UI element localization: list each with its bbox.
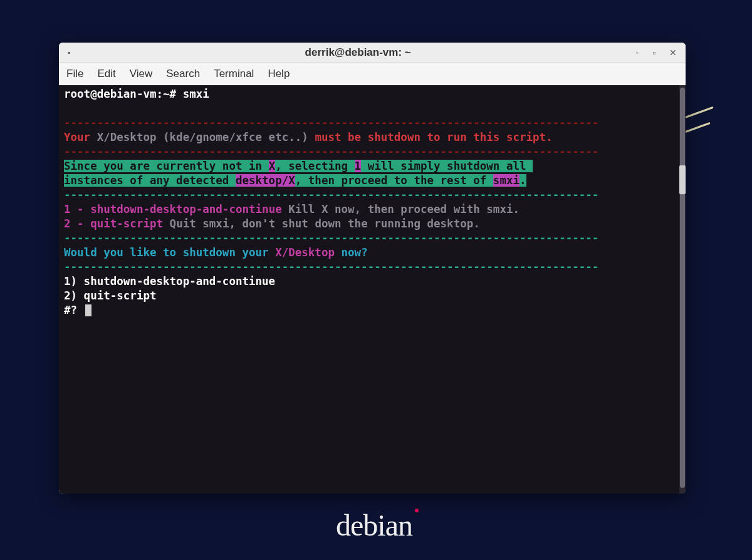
close-button[interactable]: ✕ (669, 48, 677, 58)
question-line: Would you like to shutdown your X/Deskto… (64, 246, 681, 260)
option-2: 2 - quit-script Quit smxi, don't shut do… (64, 217, 681, 231)
debian-swirl-icon (415, 509, 419, 512)
menu-terminal[interactable]: Terminal (214, 68, 254, 80)
option-1: 1 - shutdown-desktop-and-continue Kill X… (64, 202, 681, 217)
prompt: root@debian-vm:~# (64, 88, 183, 100)
command: smxi (183, 88, 209, 100)
menu-bar: File Edit View Search Terminal Help (59, 63, 686, 85)
menu-option-2: 2) quit-script (64, 289, 681, 303)
debian-logo: debian (336, 508, 416, 542)
input-prompt[interactable]: #? (64, 303, 681, 318)
divider: ----------------------------------------… (64, 145, 681, 159)
menu-help[interactable]: Help (268, 68, 290, 80)
info-line-2: instances of any detected desktop/X, the… (64, 174, 681, 188)
divider: ----------------------------------------… (64, 188, 681, 202)
maximize-button[interactable]: ▫ (652, 48, 655, 58)
menu-option-1: 1) shutdown-desktop-and-continue (64, 274, 681, 289)
menu-search[interactable]: Search (166, 68, 200, 80)
menu-view[interactable]: View (130, 68, 153, 80)
window-controls: ‐ ▫ ✕ (635, 48, 677, 58)
terminal-window: ▪ derrik@debian-vm: ~ ‐ ▫ ✕ File Edit Vi… (59, 43, 686, 494)
minimize-button[interactable]: ‐ (635, 48, 639, 58)
info-line-1: Since you are currently not in X, select… (64, 159, 681, 174)
menu-edit[interactable]: Edit (97, 68, 115, 80)
divider: ----------------------------------------… (64, 231, 681, 246)
window-title: derrik@debian-vm: ~ (80, 46, 635, 59)
scrollbar[interactable] (679, 85, 686, 494)
scrollbar-highlight (679, 165, 686, 194)
divider: ----------------------------------------… (64, 116, 681, 130)
cursor-icon (85, 304, 91, 316)
scrollbar-thumb[interactable] (680, 88, 685, 488)
terminal-app-icon: ▪ (68, 48, 80, 57)
divider: ----------------------------------------… (64, 260, 681, 274)
terminal-output[interactable]: root@debian-vm:~# smxi -----------------… (59, 85, 686, 494)
warning-line: Your X/Desktop (kde/gnome/xfce etc..) mu… (64, 130, 681, 145)
menu-file[interactable]: File (66, 68, 83, 80)
title-bar[interactable]: ▪ derrik@debian-vm: ~ ‐ ▫ ✕ (59, 43, 686, 63)
